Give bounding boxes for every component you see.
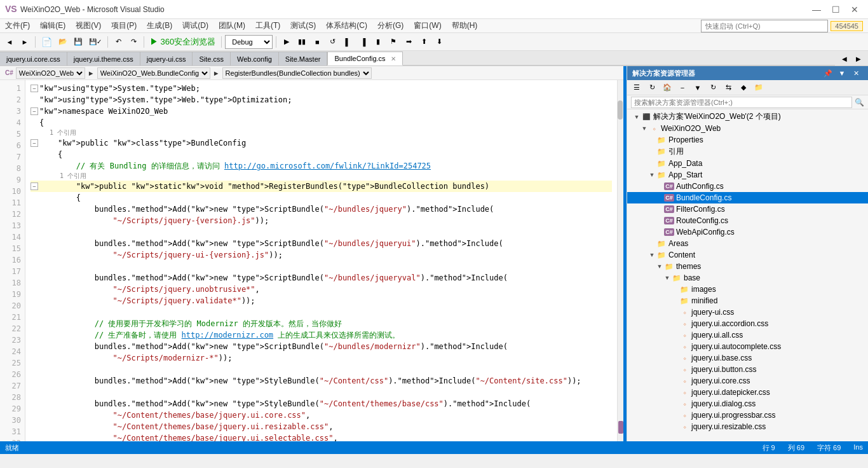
fold-button[interactable]: − xyxy=(31,139,38,147)
tree-item[interactable]: ▼📁themes xyxy=(627,261,868,272)
debug-mode-dropdown[interactable]: Debug Release xyxy=(225,35,273,49)
fold-button[interactable]: − xyxy=(31,85,38,92)
tree-item[interactable]: ⬦jquery.ui.autocomplete.css xyxy=(627,341,868,352)
se-new-folder-btn[interactable]: 📁 xyxy=(752,81,766,95)
open-button[interactable]: 📂 xyxy=(56,35,70,49)
redo-button[interactable]: ↷ xyxy=(126,35,140,49)
tree-item[interactable]: C#FilterConfig.cs xyxy=(627,203,868,215)
back-button[interactable]: ◄ xyxy=(3,35,17,49)
toolbar-btn-11[interactable]: ▐ xyxy=(356,35,370,49)
tree-item[interactable]: ⬦jquery.ui.base.css xyxy=(627,352,868,364)
maximize-button[interactable]: ☐ xyxy=(827,3,844,16)
menu-help[interactable]: 帮助(H) xyxy=(447,19,483,32)
se-pin-button[interactable]: 📌 xyxy=(821,66,835,80)
tree-item[interactable]: ⬦jquery.ui.core.css xyxy=(627,375,868,387)
tab-web-config[interactable]: Web.config xyxy=(231,52,279,65)
tree-item[interactable]: 📁App_Data xyxy=(627,158,868,169)
se-sync-btn[interactable]: ⇆ xyxy=(721,81,735,95)
tree-item[interactable]: 📁Properties xyxy=(627,134,868,146)
se-git-btn[interactable]: ◆ xyxy=(736,81,750,95)
tree-item[interactable]: ⬦jquery.ui.button.css xyxy=(627,364,868,375)
toolbar-btn-14[interactable]: ➡ xyxy=(402,35,416,49)
forward-button[interactable]: ► xyxy=(18,35,32,49)
se-filter-btn[interactable]: ▼ xyxy=(691,81,705,95)
fold-button[interactable]: − xyxy=(31,107,38,115)
breadcrumb-class-dropdown[interactable]: WeiXinO2O_Web.BundleConfig xyxy=(97,67,210,79)
tab-jquery-ui[interactable]: jquery-ui.css xyxy=(140,52,193,65)
toolbar-btn-12[interactable]: ▮ xyxy=(371,35,385,49)
tab-bundle-config[interactable]: BundleConfig.cs ✕ xyxy=(327,52,402,65)
se-properties-btn[interactable]: ☰ xyxy=(630,81,644,95)
tree-expand-icon[interactable]: ▼ xyxy=(663,273,672,282)
breadcrumb-project-dropdown[interactable]: WeiXinO2O_Web xyxy=(16,67,85,79)
tab-jquery-core[interactable]: jquery.ui.core.css xyxy=(0,52,67,65)
toolbar-btn-13[interactable]: ⚑ xyxy=(386,35,400,49)
tree-item[interactable]: ⬦jquery.ui.progressbar.css xyxy=(627,410,868,421)
toolbar-btn-6[interactable]: ▶ xyxy=(280,35,294,49)
menu-edit[interactable]: 编辑(E) xyxy=(35,19,71,32)
new-project-button[interactable]: 📄 xyxy=(39,35,55,49)
tree-expand-icon[interactable] xyxy=(670,285,679,294)
se-arrow-button[interactable]: ▼ xyxy=(835,66,849,80)
se-solution-btn[interactable]: 🏠 xyxy=(660,81,674,95)
editor-scrollbar[interactable] xyxy=(617,80,623,441)
menu-window[interactable]: 窗口(W) xyxy=(409,19,446,32)
expand-icon[interactable]: ▼ xyxy=(632,113,641,121)
tab-jquery-theme[interactable]: jquery.ui.theme.css xyxy=(67,52,140,65)
tree-item[interactable]: ▼📁App_Start xyxy=(627,169,868,181)
menu-project[interactable]: 项目(P) xyxy=(106,19,142,32)
tree-item[interactable]: ⬦jquery.ui.resizable.css xyxy=(627,421,868,432)
menu-analyze[interactable]: 分析(G) xyxy=(372,19,409,32)
tree-item[interactable]: 📁minified xyxy=(627,295,868,306)
toolbar-btn-16[interactable]: ⬇ xyxy=(432,35,446,49)
undo-button[interactable]: ↶ xyxy=(111,35,125,49)
tree-item[interactable]: ▼⬦WeiXinO2O_Web xyxy=(627,123,868,134)
se-refresh-btn[interactable]: ↻ xyxy=(645,81,659,95)
tree-expand-icon[interactable] xyxy=(648,135,656,144)
toolbar-btn-10[interactable]: ▌ xyxy=(341,35,355,49)
tree-item[interactable]: ⬦jquery.ui.accordion.css xyxy=(627,318,868,329)
code-area[interactable]: −"kw">using "type">System."type">Web;"kw… xyxy=(25,80,617,441)
menu-team[interactable]: 团队(M) xyxy=(214,19,250,32)
tree-item[interactable]: ⬦jquery.ui.datepicker.css xyxy=(627,387,868,398)
tree-expand-icon[interactable] xyxy=(648,159,656,168)
breadcrumb-member-dropdown[interactable]: RegisterBundles(BundleCollection bundles… xyxy=(222,67,372,79)
tree-expand-icon[interactable] xyxy=(670,296,679,305)
tree-solution-root[interactable]: ▼⬛解决方案'WeiXinO2O_Web'(2 个项目) xyxy=(627,111,868,123)
tree-item[interactable]: C#BundleConfig.cs xyxy=(627,192,868,203)
fold-button[interactable]: − xyxy=(31,182,38,190)
toolbar-btn-8[interactable]: ■ xyxy=(310,35,324,49)
tree-item[interactable]: C#WebApiConfig.cs xyxy=(627,226,868,238)
tree-expand-icon[interactable] xyxy=(648,148,656,156)
se-search-input[interactable] xyxy=(631,97,852,108)
tree-item[interactable]: C#RouteConfig.cs xyxy=(627,215,868,226)
tree-expand-icon[interactable]: ▼ xyxy=(648,170,656,179)
menu-tools[interactable]: 工具(T) xyxy=(250,19,285,32)
save-all-button[interactable]: 💾✓ xyxy=(86,35,104,49)
tree-item[interactable]: ⬦jquery.ui.all.css xyxy=(627,329,868,341)
menu-build[interactable]: 生成(B) xyxy=(142,19,177,32)
start-button[interactable]: ▶ 360安全浏览器 xyxy=(147,35,218,49)
toolbar-btn-7[interactable]: ▮▮ xyxy=(295,35,309,49)
menu-debug[interactable]: 调试(D) xyxy=(177,19,214,32)
tab-site-master[interactable]: Site.Master xyxy=(279,52,328,65)
quick-launch-input[interactable] xyxy=(701,20,828,32)
menu-file[interactable]: 文件(F) xyxy=(0,19,35,32)
se-collapse-btn[interactable]: − xyxy=(675,81,689,95)
menu-architecture[interactable]: 体系结构(C) xyxy=(321,19,372,32)
tree-expand-icon[interactable]: ▼ xyxy=(640,124,649,133)
close-button[interactable]: ✕ xyxy=(846,3,863,16)
tab-scroll-left[interactable]: ◀ xyxy=(837,52,851,65)
tree-item[interactable]: 📁引用 xyxy=(627,146,868,158)
tab-close-icon[interactable]: ✕ xyxy=(391,55,396,62)
tree-item[interactable]: ⬦jquery.ui.dialog.css xyxy=(627,398,868,410)
tree-item[interactable]: C#AuthConfig.cs xyxy=(627,181,868,192)
tree-item[interactable]: ⬦jquery-ui.css xyxy=(627,306,868,318)
tree-item[interactable]: ▼📁base xyxy=(627,272,868,284)
se-close-button[interactable]: ✕ xyxy=(849,66,863,80)
toolbar-btn-15[interactable]: ⬆ xyxy=(417,35,431,49)
minimize-button[interactable]: ― xyxy=(808,3,825,16)
toolbar-btn-9[interactable]: ↺ xyxy=(325,35,339,49)
tree-expand-icon[interactable]: ▼ xyxy=(655,262,664,271)
tree-expand-icon[interactable]: ▼ xyxy=(648,251,656,259)
